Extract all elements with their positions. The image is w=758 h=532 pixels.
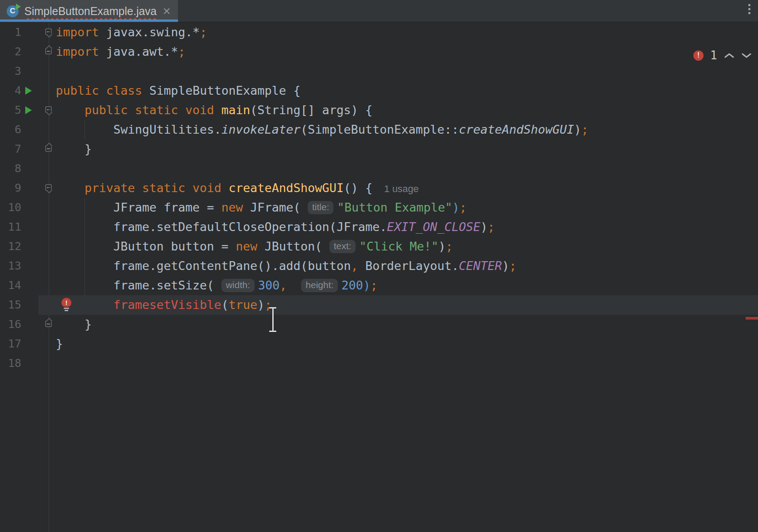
code-text: } [56,139,92,159]
code-token: (SimpleButtonExample:: [301,123,459,136]
code-token: } [56,337,63,351]
code-line[interactable]: 6 SwingUtilities.invokeLater(SimpleButto… [0,120,758,139]
code-line[interactable]: 12 JButton button = new JButton( text:"C… [0,237,758,256]
fold-marker-icon[interactable] [45,184,52,191]
code-token: JButton( [257,239,329,253]
code-token: ; [509,259,516,273]
error-count: 1 [710,50,717,61]
parameter-hint[interactable]: height: [301,279,338,292]
code-text: JFrame frame = new JFrame( title:"Button… [56,198,467,217]
usage-hint[interactable]: 1 usage [384,183,419,194]
code-token: ; [581,123,588,136]
code-line[interactable]: 18 [0,354,758,373]
code-token: SimpleButtonExample { [142,84,301,97]
code-token: frame.setDefaultCloseOperation(JFrame. [56,220,387,234]
code-text: public class SimpleButtonExample { [56,81,301,100]
code-line[interactable]: 2import java.awt.*; [0,42,758,62]
inspections-widget: ! 1 [693,50,752,61]
code-text: private static void createAndShowGUI() {… [56,178,419,199]
code-token: framesetVisible [113,298,221,312]
previous-error-button[interactable] [724,52,735,59]
code-token: import [56,45,99,58]
more-options-kebab-icon[interactable] [748,4,750,14]
fold-marker-icon[interactable] [45,28,52,35]
line-number: 17 [0,334,21,354]
code-token: ; [446,239,453,253]
code-line[interactable]: 1import javax.swing.*; [0,23,758,42]
code-token: java.awt.* [99,45,178,58]
code-line[interactable]: 13 frame.getContentPane().add(button, Bo… [0,256,758,276]
code-line[interactable]: 11 frame.setDefaultCloseOperation(JFrame… [0,217,758,237]
parameter-hint[interactable]: width: [221,279,255,292]
code-text: frame.setSize( width:300, height:200); [56,276,378,295]
code-line[interactable]: 10 JFrame frame = new JFrame( title:"But… [0,198,758,217]
code-token [287,278,302,292]
code-line[interactable]: 15! framesetVisible(true); [0,295,758,315]
scrollbar-error-mark[interactable] [746,317,758,320]
fold-marker-icon[interactable] [45,106,52,113]
code-token: true [228,298,257,312]
active-tab-indicator [0,19,178,22]
code-token: class [106,84,142,97]
code-area: 1import javax.swing.*;2import java.awt.*… [0,23,758,373]
code-line[interactable]: 17} [0,334,758,354]
code-token: ; [200,25,207,39]
code-line[interactable]: 9 private static void createAndShowGUI()… [0,178,758,198]
code-token: 300 [258,278,280,292]
parameter-hint[interactable]: title: [308,201,334,214]
code-line[interactable]: 7 } [0,139,758,159]
line-number: 5 [0,100,21,120]
parameter-hint[interactable]: text: [329,240,356,253]
code-text: frame.getContentPane().add(button, Borde… [56,256,516,276]
code-token: createAndShowGUI [459,123,574,136]
code-token [214,103,221,117]
code-token: JFrame( [243,200,308,214]
code-token: CENTER [459,259,502,273]
line-number: 12 [0,237,21,256]
fold-marker-icon[interactable] [45,320,52,327]
java-class-runnable-icon: C [7,5,19,17]
code-line[interactable]: 5 public static void main(String[] args)… [0,100,758,120]
tab-title: SimpleButtonExample.java [24,5,157,18]
line-number: 1 [0,23,21,42]
code-token: frame.getContentPane().add(button [56,259,351,273]
code-token: ; [178,45,185,58]
code-token: , [280,278,287,292]
code-token: ) [502,259,509,273]
line-number: 11 [0,217,21,237]
tab-simplebuttonexample[interactable]: C SimpleButtonExample.java × [0,0,178,22]
run-icon[interactable] [25,87,32,95]
code-token: ) [574,123,581,136]
code-text: public static void main(String[] args) { [56,100,372,120]
fold-marker-icon[interactable] [45,145,52,152]
code-token: ; [460,200,467,214]
code-line[interactable]: 4public class SimpleButtonExample { [0,81,758,100]
code-editor[interactable]: 1import javax.swing.*;2import java.awt.*… [0,22,758,532]
run-icon[interactable] [25,106,32,114]
code-text: JButton button = new JButton( text:"Clic… [56,237,453,256]
code-token: ; [264,298,271,312]
code-token: public static void [85,103,214,117]
line-number: 15 [0,295,21,315]
next-error-button[interactable] [741,52,752,59]
code-token: ; [487,220,495,234]
code-token: new [221,200,243,214]
code-token: } [56,317,92,331]
fold-marker-icon[interactable] [45,48,52,54]
code-token: ) [257,298,264,312]
code-line[interactable]: 3 [0,62,758,81]
line-number: 14 [0,276,21,295]
code-token: , [351,259,358,273]
line-number: 2 [0,42,21,62]
code-line[interactable]: 16 } [0,315,758,334]
ide-window: C SimpleButtonExample.java × 1import jav… [0,0,758,532]
line-number: 6 [0,120,21,139]
code-line[interactable]: 8 [0,159,758,178]
line-number: 8 [0,159,21,178]
code-line[interactable]: 14 frame.setSize( width:300, height:200)… [0,276,758,295]
code-token: () { [344,181,379,195]
code-token: private static void [85,181,221,195]
code-token: "Click Me!" [359,239,438,253]
tab-close-icon[interactable]: × [163,5,171,17]
code-token: main [221,103,250,117]
